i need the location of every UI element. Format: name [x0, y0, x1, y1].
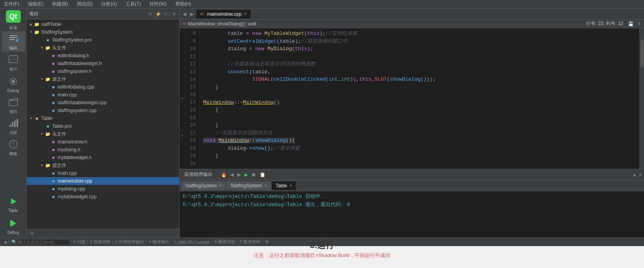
save-btn[interactable]: 💾: [628, 21, 634, 27]
cpp-icon: ■: [50, 186, 56, 192]
tab-close-btn[interactable]: ✕: [244, 12, 247, 16]
debug-run-btn[interactable]: Debug: [2, 215, 25, 236]
code-editor[interactable]: ▼ ▼ 891011 12131415: [180, 28, 644, 169]
main-layout: Qt 欢迎 编辑 设计: [0, 9, 644, 237]
side-panel-icons: ⟳ ⚡ +□ ✕: [148, 11, 177, 18]
tree-label: 头文件: [52, 131, 66, 138]
tree-satfftable[interactable]: ▶ 📁 satffTable: [27, 20, 179, 28]
filter-icon[interactable]: ⚡: [155, 11, 162, 18]
add-icon[interactable]: +□: [163, 11, 170, 18]
settings-icon[interactable]: ⚙: [263, 239, 271, 244]
tab-close[interactable]: ✕: [264, 183, 267, 188]
analyze-btn[interactable]: 分析: [2, 116, 25, 136]
scrollbar-thumb[interactable]: [640, 40, 644, 68]
expand-icon: [45, 53, 50, 58]
expand-icon: [45, 139, 50, 145]
cpp-icon: ■: [50, 100, 56, 106]
tree-mainwindow-h[interactable]: ■ mainwindow.h: [27, 138, 179, 146]
flame-btn[interactable]: 🔥: [220, 171, 228, 178]
tree-label: editinfodialog.h: [58, 53, 89, 58]
tree-main-cpp1[interactable]: ■ main.cpp: [27, 91, 179, 99]
close-output-btn[interactable]: ✕: [639, 172, 642, 177]
status-indicator[interactable]: ■: [2, 238, 9, 246]
debug-btn[interactable]: Debug: [2, 74, 25, 94]
editor-scrollbar[interactable]: [639, 28, 644, 169]
side-panel-title: 项目: [29, 11, 146, 17]
tree-mainwindow-cpp[interactable]: ■ mainwindow.cpp: [27, 177, 179, 185]
tree-label: editinfodialog.cpp: [58, 84, 94, 90]
sync-icon[interactable]: ⟳: [148, 11, 153, 18]
problems-btn[interactable]: 1 问题: [71, 238, 88, 246]
prev-btn[interactable]: ◀: [229, 171, 235, 178]
tree-editinfodialog-h[interactable]: ■ editinfodialog.h: [27, 52, 179, 60]
menu-edit[interactable]: 编辑(E): [26, 0, 45, 8]
project-icon: [7, 96, 20, 108]
search-results-btn[interactable]: 2 搜索结果: [88, 238, 113, 246]
welcome-btn[interactable]: Qt 欢迎: [2, 10, 25, 31]
compile-output-btn[interactable]: 4 编译输出: [147, 238, 172, 246]
run-btn[interactable]: ▶: [243, 171, 249, 178]
menu-file[interactable]: 文件(F): [2, 0, 21, 8]
left-toolbar: Qt 欢迎 编辑 设计: [0, 9, 27, 237]
tree-table-folder[interactable]: ▼ ■ Table: [27, 114, 179, 122]
design-btn[interactable]: 设计: [2, 53, 25, 73]
tree-staffingsystem[interactable]: ▼ 📁 StaffingSystem: [27, 28, 179, 36]
tree-mydialog-cpp[interactable]: ■ mydialog.cpp: [27, 185, 179, 193]
nav-forward-btn[interactable]: ▶: [189, 11, 195, 18]
tree-sources-folder2[interactable]: ▼ 📁 源文件: [27, 161, 179, 169]
tree-headers-folder1[interactable]: ▼ 📁 头文件: [27, 44, 179, 52]
search-input[interactable]: [18, 240, 69, 244]
tree-label: Table: [41, 116, 53, 121]
fold-22[interactable]: ▼: [180, 132, 185, 140]
qml-console-btn[interactable]: 5 QML/JS Console: [172, 238, 212, 246]
fold-17[interactable]: ▼: [180, 95, 185, 103]
tab-close[interactable]: ✕: [218, 183, 222, 188]
filter-btn[interactable]: ⊟: [29, 230, 35, 236]
overview-label: 6 概要信息: [215, 239, 235, 245]
tree-table-pro[interactable]: ■ Table.pro: [27, 122, 179, 130]
tree-staffingsystem-cpp[interactable]: ■ staffingsystem.cpp: [27, 107, 179, 114]
cpp-icon: ■: [50, 194, 56, 200]
tree-mytablewidget-cpp[interactable]: ■ mytablewidget.cpp: [27, 193, 179, 201]
menu-analyze[interactable]: 分析(A): [100, 0, 118, 8]
tree-staffingsystem-h[interactable]: ■ staffingsystem.h: [27, 67, 179, 75]
copy-btn[interactable]: 📋: [258, 171, 267, 178]
staffingsystem-tab1[interactable]: StaffingSystem ✕: [181, 181, 226, 190]
menu-tools[interactable]: 工具(T): [124, 0, 142, 8]
tree-mydialog-h[interactable]: ■ mydialog.h: [27, 146, 179, 154]
code-output-container: ▼ ▼ 891011 12131415: [180, 28, 644, 237]
project-btn[interactable]: 项目: [2, 95, 25, 115]
tree-main-cpp2[interactable]: ■ main.cpp: [27, 169, 179, 177]
tbl-icon: ■: [34, 115, 40, 121]
version-control-btn[interactable]: 7 版本控制: [238, 238, 263, 246]
staffingsystem-tab2[interactable]: StaffingSystem ✕: [226, 181, 271, 190]
output-line2: D:\qt5.0.2\myprojects\Table\debug\Table …: [183, 201, 641, 209]
tree-headers-folder2[interactable]: ▼ 📁 头文件: [27, 130, 179, 138]
next-btn[interactable]: ▶: [236, 171, 242, 178]
tree-mytablewidget-h[interactable]: ■ mytablewidget.h: [27, 154, 179, 161]
close-editor-btn[interactable]: ✕: [637, 21, 641, 27]
table-run-btn[interactable]: Table: [2, 194, 25, 214]
tree-sources-folder1[interactable]: ▼ 📁 源文件: [27, 75, 179, 83]
code-content[interactable]: table = new MyTableWidget(this);//实例化表格 …: [200, 28, 639, 169]
mainwindow-tab[interactable]: ✏ mainwindow.cpp ✕: [196, 10, 251, 18]
tree-editinfodialog-cpp[interactable]: ■ editinfodialog.cpp: [27, 83, 179, 91]
tab-close[interactable]: ✕: [289, 183, 292, 188]
app-output-btn[interactable]: 3 应用程序输出: [113, 238, 147, 246]
expand-icon: ▼: [28, 29, 34, 35]
stop-btn[interactable]: ⏹: [250, 171, 257, 178]
tree-staffingsystem-pro[interactable]: ■ StaffingSystem.pro: [27, 36, 179, 44]
tree-staffinfotablewidget-h[interactable]: ■ staffinfotablewidget.h: [27, 60, 179, 67]
help-btn[interactable]: ? 帮助: [2, 137, 25, 158]
table-tab[interactable]: Table ✕: [272, 181, 296, 190]
menu-controls[interactable]: 控件(W): [148, 0, 168, 8]
nav-back-btn[interactable]: ◀: [181, 11, 188, 18]
minimize-output-btn[interactable]: ▲: [632, 172, 637, 177]
menu-help[interactable]: 帮助(H): [174, 0, 193, 8]
edit-btn[interactable]: 编辑: [2, 31, 25, 52]
overview-btn[interactable]: 6 概要信息: [213, 238, 238, 246]
menu-debug[interactable]: 调试(D): [75, 0, 94, 8]
close-side-icon[interactable]: ✕: [171, 11, 177, 18]
tree-staffinfotablewidget-cpp[interactable]: ■ staffinfotablewidget.cpp: [27, 99, 179, 107]
menu-build[interactable]: 构建(B): [51, 0, 69, 8]
